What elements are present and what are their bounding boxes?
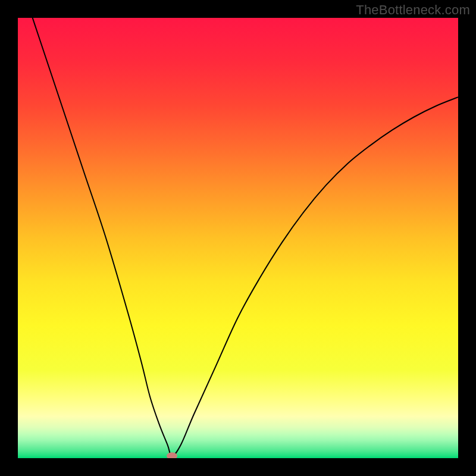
watermark-text: TheBottleneck.com [356, 2, 470, 18]
chart-svg [18, 18, 458, 458]
gradient-background [18, 18, 458, 458]
chart-frame: TheBottleneck.com [0, 0, 476, 476]
plot-area [18, 18, 458, 458]
